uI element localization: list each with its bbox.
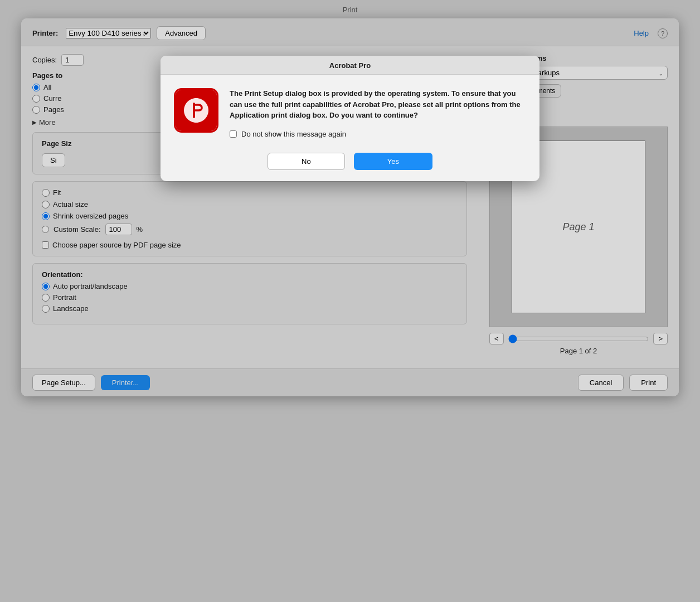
modal-checkbox-row: Do not show this message again [230,129,526,140]
modal-title: Acrobat Pro [329,61,371,70]
modal-buttons: No Yes [161,153,539,181]
acrobat-modal: Acrobat Pro The Print Setup dialog box i… [161,56,539,181]
modal-body: The Print Setup dialog box is provided b… [161,75,539,153]
modal-text: The Print Setup dialog box is provided b… [230,88,526,139]
modal-title-bar: Acrobat Pro [161,56,539,75]
dont-show-checkbox[interactable] [230,130,237,138]
no-button[interactable]: No [268,153,345,170]
yes-button[interactable]: Yes [354,153,432,170]
acrobat-inner [176,90,217,131]
acrobat-logo-svg [182,96,211,125]
modal-message: The Print Setup dialog box is provided b… [230,88,526,121]
acrobat-icon [174,88,218,133]
app-window: Print Printer: Envy 100 D410 series Adva… [0,0,700,602]
dont-show-label: Do not show this message again [241,129,346,140]
